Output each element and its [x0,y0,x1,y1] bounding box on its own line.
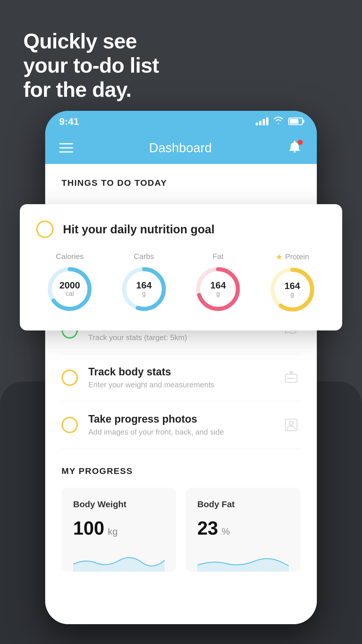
progress-card-1: Body Fat 23 % [186,488,301,572]
todo-subtitle: Add images of your front, back, and side [88,428,271,437]
svg-point-2 [290,371,292,373]
circ-value: 164 [284,281,300,290]
progress-cards: Body Weight 100 kg Body Fat 23 % [61,488,301,572]
todo-item-photos[interactable]: Take progress photos Add images of your … [61,401,301,449]
progress-card-title: Body Weight [73,499,165,509]
chart-area [197,548,289,572]
todo-checkbox-photos[interactable] [61,417,78,433]
nutrition-item-calories: Calories 2000 cal [46,252,93,313]
circ-unit: g [136,290,152,298]
todo-item-body-stats[interactable]: Track body stats Enter your weight and m… [61,354,301,401]
nutrition-label: Fat [212,252,224,261]
status-time: 9:41 [59,116,79,127]
progress-number: 23 [197,517,218,539]
todo-icon-person [282,416,301,434]
todo-text: Take progress photos Add images of your … [88,413,271,437]
wifi-icon [273,116,284,127]
battery-icon [288,118,303,125]
todo-subtitle: Enter your weight and measurements [88,380,271,389]
circ-progress: 164 g [269,266,316,313]
circ-center: 164 g [284,281,300,298]
progress-card-title: Body Fat [197,499,289,509]
circ-center: 164 g [210,281,226,298]
circ-center: 2000 cal [59,281,80,298]
todo-checkbox-body-stats[interactable] [61,370,78,386]
progress-unit: kg [108,526,118,537]
progress-value-row: 23 % [197,517,289,539]
nutrition-label: Calories [56,252,84,261]
circ-unit: g [284,290,300,298]
circ-center: 164 g [136,281,152,298]
progress-unit: % [222,526,230,537]
nutrition-row: Calories 2000 cal Carbs 164 g Fat [36,252,326,313]
circ-unit: cal [59,290,80,298]
hamburger-line [59,151,73,153]
signal-icon [256,117,268,125]
card-title: Hit your daily nutrition goal [63,223,215,236]
todo-title: Track body stats [88,366,271,378]
chart-area [73,548,165,572]
progress-card-0: Body Weight 100 kg [61,488,176,572]
todo-icon-scale [282,368,301,387]
progress-section: MY PROGRESS Body Weight 100 kg Body Fat … [45,449,317,583]
nutrition-item-carbs: Carbs 164 g [121,252,167,313]
nutrition-card: Hit your daily nutrition goal Calories 2… [20,204,342,330]
progress-number: 100 [73,517,104,539]
circ-value: 164 [210,281,226,290]
status-bar: 9:41 [45,111,317,132]
nutrition-label: Carbs [134,252,154,261]
todo-subtitle: Track your stats (target: 5km) [88,333,271,342]
circ-value: 2000 [59,281,80,290]
todo-text: Track body stats Enter your weight and m… [88,366,271,389]
nutrition-item-protein: ★Protein 164 g [269,252,316,313]
hamburger-line [59,147,73,148]
star-icon: ★ [275,252,283,262]
hamburger-line [59,143,73,144]
card-header: Hit your daily nutrition goal [36,220,326,238]
circ-progress: 164 g [121,266,167,312]
status-icons [256,116,303,127]
todo-title: Take progress photos [88,413,271,425]
hero-text: Quickly see your to-do list for the day. [23,29,159,102]
circ-value: 164 [136,281,152,290]
notification-dot [298,140,303,145]
section-header: THINGS TO DO TODAY [45,164,317,196]
progress-title: MY PROGRESS [61,466,301,476]
progress-value-row: 100 kg [73,517,165,539]
svg-point-5 [289,421,293,425]
nutrition-label: ★Protein [275,252,309,262]
circ-unit: g [210,290,226,298]
menu-button[interactable] [59,143,73,153]
nutrition-checkbox[interactable] [36,220,54,238]
notification-button[interactable] [288,140,303,156]
nutrition-item-fat: Fat 164 g [195,252,241,313]
section-title: THINGS TO DO TODAY [61,178,167,188]
circ-progress: 2000 cal [46,266,93,312]
phone-frame: 9:41 Da [45,111,317,624]
nav-bar: Dashboard [45,132,317,164]
nav-title: Dashboard [149,141,212,155]
circ-progress: 164 g [195,266,241,312]
